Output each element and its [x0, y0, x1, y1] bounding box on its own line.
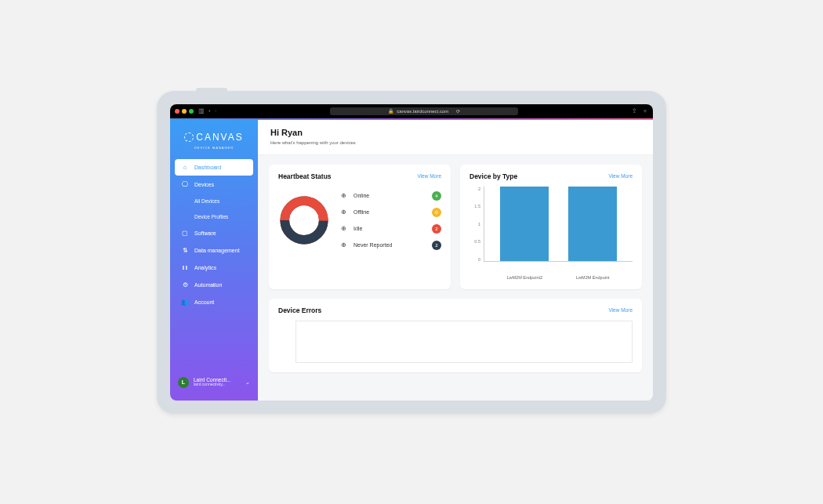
device-errors-plot: [295, 321, 633, 363]
browser-bar: ▥ ‹ › 🔒 canvas.lairdconnect.com ⟳ ⇪ ＋: [170, 104, 653, 118]
nav: ⌂ Dashboard 🖵 Devices All Devices Device…: [175, 159, 253, 310]
sidebar-item-dashboard[interactable]: ⌂ Dashboard: [175, 159, 253, 176]
sidebar-toggle-icon[interactable]: ▥: [198, 107, 205, 114]
sidebar-item-label: Analytics: [194, 265, 216, 270]
page-title: Hi Ryan: [270, 128, 640, 137]
y-axis: 2 1.5 1 0.5 0: [470, 187, 484, 262]
brand-subtitle: DEVICE MANAGER: [175, 146, 253, 150]
package-icon: ▢: [181, 230, 189, 237]
card-title: Device Errors: [278, 306, 321, 314]
user-subtitle: laird connectivity...: [194, 383, 230, 387]
content: Heartbeat Status View More: [258, 155, 653, 382]
sidebar-item-label: Automation: [194, 282, 222, 288]
legend-count: 2: [432, 224, 441, 234]
sidebar-item-devices[interactable]: 🖵 Devices: [175, 176, 253, 193]
bar: [568, 187, 617, 261]
y-tick: 1.5: [470, 204, 480, 208]
window-controls: [175, 109, 194, 114]
view-more-link[interactable]: View More: [608, 307, 633, 313]
y-tick: 2: [470, 187, 480, 191]
back-icon[interactable]: ‹: [208, 107, 211, 114]
sidebar-item-all-devices[interactable]: All Devices: [175, 194, 253, 208]
card-title: Device by Type: [470, 172, 517, 180]
url-text: canvas.lairdconnect.com: [397, 109, 448, 114]
sidebar-item-label: Dashboard: [194, 165, 221, 170]
url-bar[interactable]: 🔒 canvas.lairdconnect.com ⟳: [330, 107, 518, 115]
monitor-icon: 🖵: [181, 181, 189, 188]
globe-icon: ⊕: [339, 208, 347, 216]
lock-icon: 🔒: [388, 108, 393, 114]
legend-row-never-reported: ⊕ Never Reported 2: [339, 241, 441, 250]
maximize-window-icon[interactable]: [189, 109, 194, 114]
globe-icon: ⊕: [339, 225, 347, 232]
page-subtitle: Here what's happening with your devices: [270, 140, 640, 145]
minimize-window-icon[interactable]: [182, 109, 187, 114]
x-tick: LwM2M Endpoint: [576, 275, 610, 280]
heartbeat-legend: ⊕ Online 4 ⊕ Offline 0: [339, 191, 441, 250]
home-icon: ⌂: [181, 164, 189, 171]
sidebar-item-label: All Devices: [194, 198, 219, 204]
sidebar: CANVAS DEVICE MANAGER ⌂ Dashboard 🖵 Devi…: [170, 120, 258, 401]
globe-icon: ⊕: [339, 192, 347, 199]
brand-name: CANVAS: [196, 132, 243, 143]
heartbeat-card: Heartbeat Status View More: [269, 165, 451, 289]
sidebar-item-device-profiles[interactable]: Device Profiles: [175, 209, 253, 224]
device-by-type-card: Device by Type View More 2 1.5 1 0.5 0: [460, 165, 642, 289]
data-icon: ⇅: [181, 247, 189, 254]
bar: [500, 187, 549, 261]
sidebar-item-software[interactable]: ▢ Software: [175, 225, 253, 241]
device-by-type-chart: 2 1.5 1 0.5 0: [470, 187, 633, 273]
app: CANVAS DEVICE MANAGER ⌂ Dashboard 🖵 Devi…: [170, 120, 653, 401]
chevron-down-icon: ⌄: [245, 379, 250, 386]
y-tick: 0.5: [470, 239, 480, 244]
brand-logo: CANVAS: [184, 132, 243, 143]
brand: CANVAS DEVICE MANAGER: [175, 131, 253, 150]
user-chip[interactable]: L Laird Connecti... laird connectivity..…: [175, 372, 253, 393]
legend-row-idle: ⊕ Idle 2: [339, 224, 441, 234]
page-header: Hi Ryan Here what's happening with your …: [258, 120, 653, 155]
sidebar-item-data-management[interactable]: ⇅ Data management: [175, 242, 253, 259]
forward-icon[interactable]: ›: [215, 107, 217, 114]
globe-icon: ⊕: [339, 241, 347, 248]
close-window-icon[interactable]: [175, 109, 179, 114]
sidebar-item-automation[interactable]: ⚙ Automation: [175, 277, 253, 293]
card-row: Heartbeat Status View More: [269, 165, 642, 289]
users-icon: 👥: [181, 299, 189, 306]
legend-label: Never Reported: [353, 242, 426, 248]
avatar-initial: L: [182, 379, 185, 385]
legend-label: Online: [353, 193, 426, 198]
sidebar-item-label: Account: [194, 299, 214, 305]
legend-label: Offline: [353, 209, 426, 215]
automation-icon: ⚙: [181, 281, 189, 288]
legend-row-offline: ⊕ Offline 0: [339, 208, 441, 217]
sidebar-item-account[interactable]: 👥 Account: [175, 294, 253, 310]
screen: ▥ ‹ › 🔒 canvas.lairdconnect.com ⟳ ⇪ ＋ CA: [170, 104, 653, 401]
sidebar-item-label: Data management: [194, 248, 240, 253]
sidebar-item-label: Device Profiles: [194, 214, 228, 219]
sidebar-item-label: Devices: [194, 182, 214, 187]
sidebar-item-analytics[interactable]: ⫾⫾ Analytics: [175, 259, 253, 276]
device-errors-card: Device Errors View More: [269, 299, 642, 372]
chart-icon: ⫾⫾: [181, 264, 189, 271]
heartbeat-donut-chart: [278, 194, 330, 246]
legend-label: Idle: [353, 226, 426, 231]
tablet-frame: ▥ ‹ › 🔒 canvas.lairdconnect.com ⟳ ⇪ ＋ CA: [157, 91, 666, 414]
legend-count: 0: [432, 208, 441, 217]
share-icon[interactable]: ⇪: [632, 107, 637, 114]
main: Hi Ryan Here what's happening with your …: [258, 120, 653, 401]
y-tick: 0: [470, 257, 480, 262]
legend-count: 4: [432, 191, 441, 201]
plot-area: [484, 187, 633, 262]
legend-count: 2: [432, 241, 441, 250]
legend-row-online: ⊕ Online 4: [339, 191, 441, 201]
avatar: L: [178, 377, 189, 388]
x-tick: LwM2M Endpoint2: [506, 275, 542, 280]
user-meta: Laird Connecti... laird connectivity...: [194, 377, 230, 387]
reload-icon[interactable]: ⟳: [456, 108, 460, 114]
view-more-link[interactable]: View More: [608, 173, 633, 179]
new-tab-icon[interactable]: ＋: [642, 107, 648, 115]
view-more-link[interactable]: View More: [417, 173, 441, 179]
y-tick: 1: [470, 222, 480, 227]
x-axis: LwM2M Endpoint2 LwM2M Endpoint: [484, 273, 633, 280]
sidebar-item-label: Software: [194, 230, 216, 236]
